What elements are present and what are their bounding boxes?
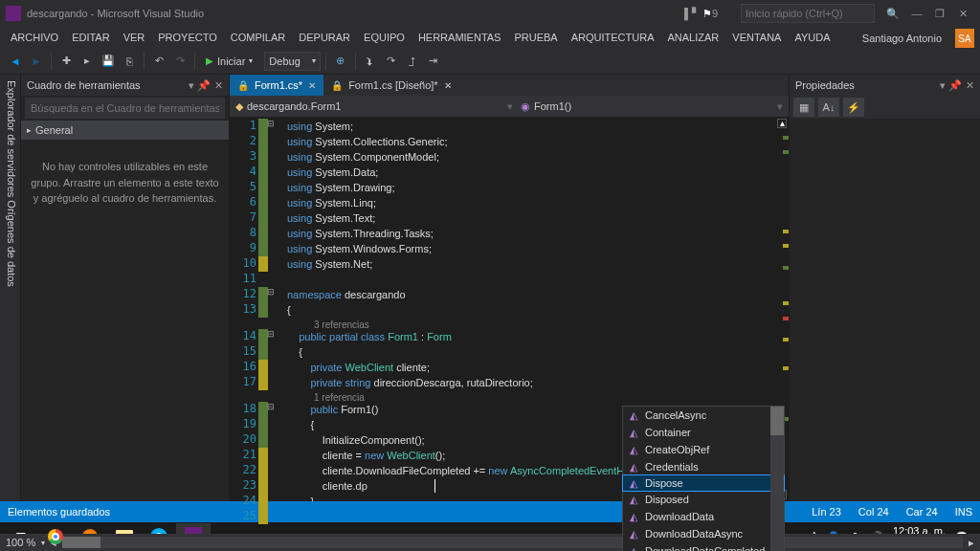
user-avatar[interactable]: SA — [955, 29, 974, 48]
intellisense-item[interactable]: ◭DownloadData — [623, 508, 784, 525]
nav-back-button[interactable]: ◄ — [6, 52, 25, 71]
gutter: 1⊟23456789101112⊟1314⊟15161718⊟192021222… — [230, 117, 274, 501]
open-file-icon[interactable]: ▸ — [78, 52, 97, 71]
properties-title: Propiedades — [795, 79, 855, 91]
status-line: Lín 23 — [812, 506, 841, 518]
intellisense-item[interactable]: ◭CancelAsync — [623, 407, 784, 424]
editor-tab[interactable]: 🔒Form1.cs [Diseño]*✕ — [323, 75, 459, 96]
menu-depurar[interactable]: DEPURAR — [292, 32, 357, 43]
menu-ayuda[interactable]: AYUDA — [788, 32, 836, 43]
intellisense-item[interactable]: ◭Credentials — [623, 458, 784, 475]
status-bar: Elementos guardados Lín 23 Col 24 Car 24… — [0, 501, 980, 522]
intellisense-item[interactable]: ◭Container — [623, 424, 784, 441]
notification-flag-icon[interactable]: ▌▘ ⚑9 — [684, 8, 718, 20]
config-dropdown[interactable]: Debug▾ — [264, 52, 320, 71]
server-explorer-tab[interactable]: Explorador de servidores Orígenes de dat… — [0, 75, 21, 501]
toolbox-title: Cuadro de herramientas — [27, 79, 141, 91]
toolbox-empty-text: No hay controles utilizables en este gru… — [21, 140, 229, 226]
zoom-level[interactable]: 100 % — [6, 537, 35, 548]
intellisense-item[interactable]: ◭DownloadDataCompleted — [623, 542, 784, 551]
start-debug-button[interactable]: ▶Iniciar▾ — [200, 51, 258, 72]
close-button[interactable]: ✕ — [951, 8, 974, 20]
restore-button[interactable]: ❐ — [928, 8, 951, 20]
menu-prueba[interactable]: PRUEBA — [507, 32, 564, 43]
user-name[interactable]: Santiago Antonio — [862, 33, 942, 44]
redo-icon[interactable]: ↷ — [170, 52, 189, 71]
save-all-icon[interactable]: ⎘ — [120, 52, 139, 71]
alphabetical-icon[interactable]: A↓ — [818, 98, 839, 117]
menu-ventana[interactable]: VENTANA — [725, 32, 788, 43]
browser-icon[interactable]: ⊕ — [331, 52, 350, 71]
intellisense-item[interactable]: ◭Dispose — [622, 474, 785, 492]
class-dropdown[interactable]: ◆descargando.Form1 — [235, 100, 341, 113]
menu-arquitectura[interactable]: ARQUITECTURA — [565, 32, 661, 43]
status-char: Car 24 — [906, 506, 938, 518]
step-over-icon[interactable]: ↷ — [382, 52, 401, 71]
properties-toolbar: ▦ A↓ ⚡ — [790, 96, 980, 119]
events-icon[interactable]: ⚡ — [843, 98, 864, 117]
toolbox-panel: Cuadro de herramientas ▾ 📌 ✕ General No … — [21, 75, 230, 501]
save-icon[interactable]: 💾 — [99, 52, 118, 71]
menubar: ARCHIVOEDITARVERPROYECTOCOMPILARDEPURARE… — [0, 27, 980, 48]
step-misc-icon[interactable]: ⇥ — [424, 52, 443, 71]
toolbox-group-general[interactable]: General — [21, 121, 229, 140]
intellisense-scrollbar[interactable] — [770, 407, 784, 551]
main-toolbar: ◄ ► ✚ ▸ 💾 ⎘ ↶ ↷ ▶Iniciar▾ Debug▾ ⊕ ⮯ ↷ ⮥… — [0, 48, 980, 75]
nav-bar: ◆descargando.Form1 ▾ ◉Form1() ▾ — [230, 96, 789, 117]
editor-footer: 100 %▾ ◂ ▸ — [0, 534, 980, 551]
window-title: descargando - Microsoft Visual Studio — [27, 8, 204, 19]
panel-close-icon[interactable]: ✕ — [966, 79, 974, 92]
menu-compilar[interactable]: COMPILAR — [224, 32, 292, 43]
menu-editar[interactable]: EDITAR — [65, 32, 117, 43]
editor-tabs: 🔒Form1.cs*✕🔒Form1.cs [Diseño]*✕ — [230, 75, 789, 96]
menu-ver[interactable]: VER — [117, 32, 152, 43]
member-dropdown[interactable]: ◉Form1() — [521, 100, 769, 113]
menu-analizar[interactable]: ANALIZAR — [661, 32, 726, 43]
status-col: Col 24 — [858, 506, 889, 518]
intellisense-item[interactable]: ◭Disposed — [623, 491, 784, 508]
scroll-right-icon[interactable]: ▸ — [969, 537, 974, 549]
split-up-icon[interactable]: ▴ — [777, 119, 787, 128]
panel-close-icon[interactable]: ✕ — [214, 79, 223, 92]
intellisense-item[interactable]: ◭CreateObjRef — [623, 441, 784, 458]
categorized-icon[interactable]: ▦ — [793, 98, 814, 117]
horizontal-scrollbar[interactable] — [62, 537, 963, 548]
new-project-icon[interactable]: ✚ — [56, 52, 76, 71]
menu-herramientas[interactable]: HERRAMIENTAS — [412, 32, 508, 43]
minimize-button[interactable]: — — [905, 8, 928, 19]
nav-fwd-button[interactable]: ► — [27, 52, 46, 71]
vs-logo-icon — [6, 6, 21, 21]
step-out-icon[interactable]: ⮥ — [403, 52, 422, 71]
titlebar: descargando - Microsoft Visual Studio ▌▘… — [0, 0, 980, 27]
properties-panel: Propiedades ▾ 📌 ✕ ▦ A↓ ⚡ — [789, 75, 980, 501]
step-icon[interactable]: ⮯ — [361, 52, 380, 71]
menu-archivo[interactable]: ARCHIVO — [4, 32, 65, 43]
intellisense-popup[interactable]: ◭CancelAsync◭Container◭CreateObjRef◭Cred… — [622, 406, 785, 551]
undo-icon[interactable]: ↶ — [149, 52, 168, 71]
menu-equipo[interactable]: EQUIPO — [357, 32, 412, 43]
intellisense-item[interactable]: ◭DownloadDataAsync — [623, 525, 784, 542]
editor-tab[interactable]: 🔒Form1.cs*✕ — [230, 75, 323, 96]
pin-icon[interactable]: ▾ 📌 — [940, 79, 962, 92]
toolbox-search-input[interactable] — [25, 98, 225, 119]
menu-proyecto[interactable]: PROYECTO — [151, 32, 224, 43]
quick-launch-input[interactable] — [741, 4, 875, 23]
status-ins: INS — [955, 506, 972, 518]
search-icon[interactable]: 🔍 — [886, 8, 900, 20]
pin-icon[interactable]: ▾ 📌 — [189, 79, 211, 92]
